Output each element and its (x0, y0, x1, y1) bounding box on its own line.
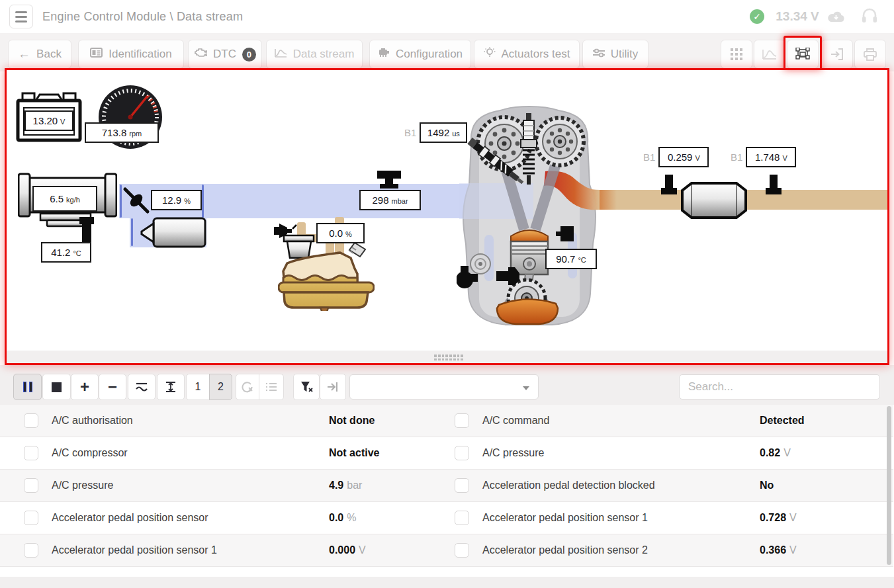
air-flow-label: 6.5kg/h (32, 186, 97, 212)
list-mode-button[interactable] (259, 374, 284, 400)
group-select-dropdown[interactable] (349, 374, 539, 399)
o2-upstream-label: 0.259V (658, 147, 709, 167)
arrow-to-bar-icon (327, 381, 339, 393)
injection-time-label: 1492us (420, 122, 467, 143)
row-checkbox[interactable] (24, 446, 38, 460)
fuel-tank-icon (278, 242, 375, 311)
catalytic-converter-icon (680, 181, 748, 220)
table-row: A/C authorisation Not done (0, 405, 447, 437)
row-checkbox[interactable] (455, 446, 469, 460)
data-stream-table: A/C authorisation Not done A/C compresso… (0, 405, 894, 577)
cloud-download-icon (827, 10, 845, 26)
o2-sensor-downstream-icon (764, 175, 783, 198)
hamburger-menu-button[interactable] (9, 5, 33, 28)
tab-actuators-test[interactable]: Actuators test (474, 40, 580, 69)
table-row: A/C compressor Not active (0, 437, 447, 470)
list-icon (265, 382, 277, 392)
intake-air-temp-label: 41.2°C (41, 242, 91, 263)
o2-downstream-label: 1.748V (746, 147, 796, 167)
row-checkbox[interactable] (455, 543, 469, 558)
dtc-count-badge: 0 (242, 48, 256, 62)
export-button[interactable] (821, 40, 853, 69)
table-row: Accelerator pedal position sensor 2 0.36… (447, 534, 893, 567)
row-checkbox[interactable] (455, 511, 469, 525)
identification-card-icon (90, 48, 103, 61)
row-checkbox[interactable] (24, 543, 38, 558)
bank-tag: B1 (731, 151, 742, 163)
filter-clear-icon (300, 381, 313, 393)
grid-view-button[interactable] (721, 40, 752, 69)
map-sensor-icon (375, 169, 404, 189)
tab-configuration[interactable]: Configuration (369, 40, 471, 69)
plus-icon: + (80, 379, 89, 395)
row-checkbox[interactable] (24, 478, 38, 493)
schema-view-button[interactable] (787, 40, 819, 69)
o2-sensor-upstream-icon (660, 175, 678, 198)
back-arrow-icon: ← (18, 47, 30, 62)
clear-values-button[interactable] (236, 374, 259, 400)
knock-sensor-icon (556, 226, 574, 242)
battery-voltage-label: 13.20V (24, 110, 73, 131)
intake-air-temp-sensor-icon (79, 217, 95, 243)
o2-upstream-label-group: B1 0.259V (643, 147, 709, 167)
zoom-out-button[interactable]: − (99, 374, 126, 400)
footer-strip (0, 577, 894, 588)
o2-downstream-label-group: B1 1.748V (731, 147, 796, 167)
table-scrollbar-thumb[interactable] (887, 406, 891, 565)
oil-pressure-sensor-icon (457, 265, 478, 292)
print-button[interactable] (854, 40, 886, 69)
table-row: Acceleration pedal detection blocked No (447, 470, 893, 502)
engine-rpm-label: 713.8rpm (85, 122, 159, 143)
pipe-segment-tick (131, 218, 133, 246)
table-row: A/C pressure 4.9bar (0, 470, 447, 502)
pause-icon (23, 382, 32, 392)
panel-resize-handle[interactable] (434, 355, 463, 360)
bank-tag: B1 (643, 151, 655, 163)
lightbulb-icon (484, 47, 496, 62)
purge-valve-label: 0.0% (316, 223, 365, 243)
row-checkbox[interactable] (455, 413, 469, 428)
purge-valve-icon (274, 221, 298, 239)
header-bar: Engine Control Module \ Data stream ✓ 13… (0, 0, 894, 33)
headphones-icon[interactable] (862, 7, 877, 27)
tab-dtc[interactable]: DTC 0 (188, 40, 262, 69)
search-input[interactable] (680, 375, 879, 399)
zoom-in-button[interactable]: + (71, 374, 99, 400)
table-row: Accelerator pedal position sensor 1 0.00… (0, 534, 447, 567)
row-checkbox[interactable] (24, 413, 38, 428)
injection-time-label-group: B1 1492us (404, 122, 467, 143)
columns-2-button[interactable]: 2 (209, 374, 232, 400)
fit-height-icon (165, 381, 177, 393)
throttle-valve-icon (122, 186, 151, 215)
row-checkbox[interactable] (24, 511, 38, 525)
manifold-pressure-label: 298mbar (359, 190, 421, 210)
throttle-position-label: 12.9% (151, 190, 202, 210)
connection-ok-icon: ✓ (750, 9, 764, 24)
fit-height-button[interactable] (157, 374, 185, 400)
table-row: A/C command Detected (447, 405, 893, 437)
pause-button[interactable] (13, 374, 42, 400)
graph-view-button[interactable] (754, 40, 785, 69)
bank-tag: B1 (404, 127, 416, 138)
back-button[interactable]: ← Back (8, 40, 71, 69)
engine-dtc-icon (194, 48, 207, 61)
tab-bar: ← Back Identification DTC 0 Data stream (0, 33, 894, 71)
engine-icon (459, 105, 600, 327)
pipe-segment-tick (202, 185, 204, 218)
sliders-icon (593, 48, 605, 61)
goto-selected-button[interactable] (320, 374, 346, 400)
tab-data-stream[interactable]: Data stream (266, 40, 363, 69)
stop-button[interactable] (42, 374, 71, 400)
search-box (679, 374, 880, 399)
table-row: Accelerator pedal position sensor 0.0% (0, 502, 447, 534)
row-checkbox[interactable] (455, 478, 469, 493)
refresh-clear-icon (242, 381, 253, 393)
battery-voltage-indicator: 13.34 V (771, 0, 824, 33)
breadcrumb-title: Engine Control Module \ Data stream (42, 0, 243, 33)
clear-filter-button[interactable] (293, 374, 320, 400)
columns-1-button[interactable]: 1 (186, 374, 210, 400)
signal-view-button[interactable] (128, 374, 156, 400)
minus-icon: − (108, 379, 117, 395)
tab-identification[interactable]: Identification (78, 40, 184, 69)
tab-utility[interactable]: Utility (582, 40, 648, 69)
